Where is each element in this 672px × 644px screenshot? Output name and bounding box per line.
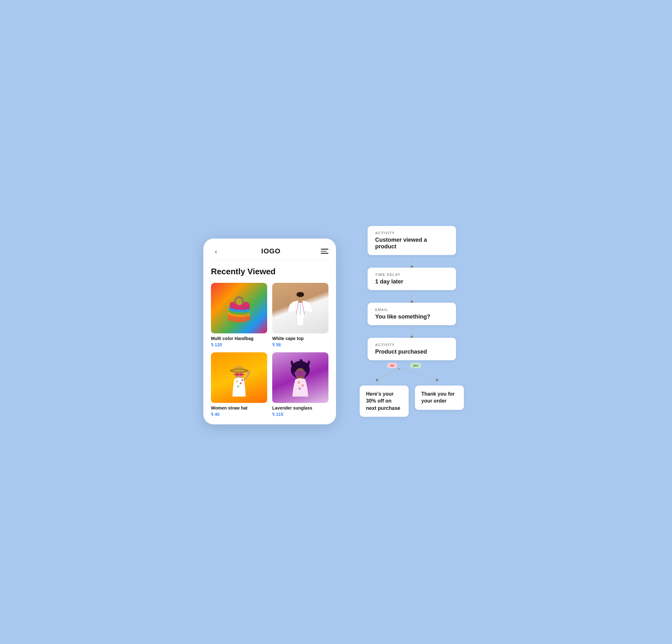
svg-point-15 — [241, 379, 243, 381]
flow-label-activity1: ACTIVITY — [375, 231, 448, 235]
connector-3 — [411, 325, 412, 338]
branch-lines-svg — [355, 368, 469, 386]
flow-diagram: ACTIVITY Customer viewed a product TIME … — [355, 220, 469, 417]
svg-point-38 — [376, 379, 378, 382]
svg-point-7 — [287, 295, 290, 298]
flow-node-delay[interactable]: TIME DELAY 1 day later — [368, 268, 456, 290]
svg-point-26 — [295, 371, 300, 376]
products-grid: Multi color Handbag $ 120 — [211, 283, 328, 417]
svg-line-29 — [306, 373, 307, 374]
flow-text-activity2: Product purchased — [375, 349, 448, 355]
svg-line-18 — [234, 374, 235, 374]
main-container: ‹ IOGO Recently Viewed — [203, 220, 469, 424]
product-card-handbag[interactable]: Multi color Handbag $ 120 — [211, 283, 267, 347]
hamburger-menu[interactable] — [321, 249, 328, 254]
product-name-lavender: Lavender sunglass — [272, 406, 328, 410]
svg-point-16 — [235, 373, 239, 376]
flow-label-activity2: ACTIVITY — [375, 343, 448, 347]
svg-point-13 — [240, 382, 242, 384]
connector-1 — [411, 255, 412, 268]
product-name-handbag: Multi color Handbag — [211, 336, 267, 341]
connector-2 — [411, 290, 412, 303]
product-card-hat[interactable]: Women straw hat $ 40 — [211, 352, 267, 417]
svg-point-35 — [298, 387, 301, 390]
flow-text-email: You like something? — [375, 314, 448, 320]
svg-point-21 — [247, 371, 250, 374]
svg-line-39 — [399, 368, 437, 379]
flow-text-activity1: Customer viewed a product — [375, 237, 448, 250]
branch-nodes: Here's your 30% off on next purchase Tha… — [360, 386, 464, 417]
app-logo: IOGO — [261, 247, 280, 255]
svg-point-17 — [239, 373, 243, 376]
mobile-app: ‹ IOGO Recently Viewed — [203, 238, 336, 424]
branch-node-yes[interactable]: Thank you for your order — [415, 386, 464, 410]
product-price-cape: $ 58 — [272, 342, 328, 347]
product-price-hat: $ 40 — [211, 412, 267, 417]
product-image-handbag — [211, 283, 267, 333]
svg-rect-6 — [298, 300, 302, 303]
page-title: Recently Viewed — [211, 267, 328, 277]
product-image-lavender — [272, 352, 328, 403]
flow-label-email: EMAIL — [375, 308, 448, 312]
flow-node-activity2[interactable]: ACTIVITY Product purchased — [368, 338, 456, 360]
flow-node-activity1[interactable]: ACTIVITY Customer viewed a product — [368, 226, 456, 255]
badge-yes: yes — [410, 363, 422, 368]
product-price-lavender: $ 115 — [272, 412, 328, 417]
svg-point-32 — [298, 382, 299, 383]
flow-label-delay: TIME DELAY — [375, 273, 448, 277]
app-header: ‹ IOGO — [211, 246, 328, 260]
product-image-cape — [272, 283, 328, 333]
product-name-hat: Women straw hat — [211, 406, 267, 410]
badge-no: no — [387, 363, 397, 368]
product-image-hat — [211, 352, 267, 403]
svg-point-2 — [297, 292, 304, 297]
product-card-cape[interactable]: White cape top $ 58 — [272, 283, 328, 347]
product-price-handbag: $ 120 — [211, 342, 267, 347]
svg-point-34 — [301, 385, 303, 386]
svg-line-19 — [243, 374, 244, 374]
svg-point-27 — [300, 371, 305, 376]
svg-point-14 — [237, 386, 239, 387]
svg-line-28 — [293, 373, 295, 374]
svg-point-12 — [236, 380, 238, 382]
back-button[interactable]: ‹ — [211, 246, 221, 256]
flow-node-email[interactable]: EMAIL You like something? — [368, 303, 456, 325]
svg-line-37 — [377, 368, 399, 379]
product-card-lavender[interactable]: Lavender sunglass $ 115 — [272, 352, 328, 417]
svg-point-40 — [436, 379, 438, 382]
flow-text-delay: 1 day later — [375, 278, 448, 285]
branch-node-no[interactable]: Here's your 30% off on next purchase — [360, 386, 409, 417]
product-name-cape: White cape top — [272, 336, 328, 341]
